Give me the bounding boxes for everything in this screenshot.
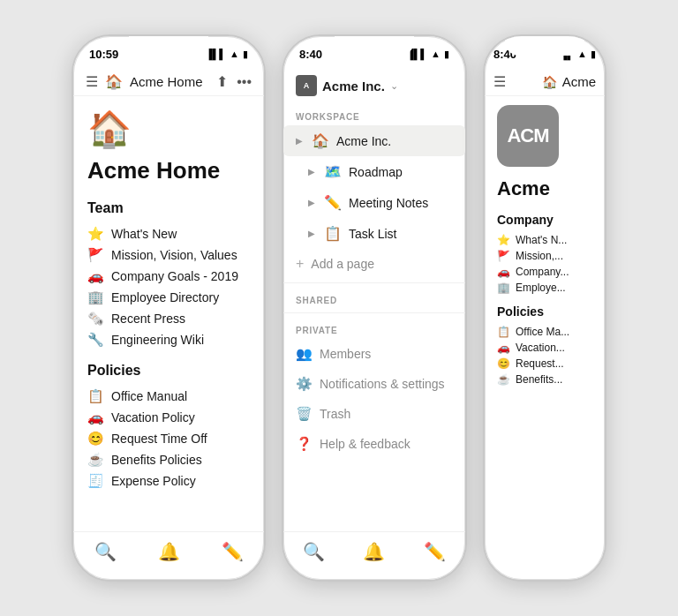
workspace-chevron-icon[interactable]: ⌄ (390, 80, 398, 92)
edit-tab[interactable]: ✏️ (424, 541, 446, 562)
list-item[interactable]: 🏢 Employee Directory (87, 287, 250, 308)
feedback-label: Help & feedback (320, 437, 411, 451)
page-emoji-icon: 🏠 (105, 73, 123, 90)
vacation-icon: 🚗 (87, 409, 104, 425)
hamburger-icon[interactable]: ☰ (86, 73, 98, 90)
list-item[interactable]: 🏢 Employe... (497, 280, 592, 296)
workspace-logo: A (296, 75, 317, 96)
sidebar-content: WORKSPACE ▶ 🏠 Acme Inc. ▶ 🗺️ Roadmap ▶ ✏… (283, 103, 465, 531)
wifi-icon: ▲ (230, 49, 239, 59)
benefits-label: Benefits... (516, 373, 562, 386)
list-item[interactable]: 🚗 Company Goals - 2019 (87, 266, 250, 287)
list-item[interactable]: ☕ Benefits Policies (87, 449, 250, 470)
right-page-title: Acme (497, 177, 592, 200)
left-tab-bar: 🔍 🔔 ✏️ (73, 531, 264, 580)
policies-section-title: Policies (87, 363, 250, 379)
whats-new-label: What's New (111, 227, 177, 241)
list-item[interactable]: 🗞️ Recent Press (87, 308, 250, 329)
workspace-nav: A Acme Inc. ⌄ (283, 68, 465, 103)
sidebar-item-trash[interactable]: 🗑️ Trash (283, 399, 465, 429)
trash-label: Trash (320, 407, 350, 421)
office-icon: 📋 (497, 326, 510, 338)
signal-icon: ▐▌▌ (206, 49, 226, 59)
list-item[interactable]: 😊 Request Time Off (87, 428, 250, 449)
sidebar-item-feedback[interactable]: ❓ Help & feedback (283, 429, 465, 459)
notifications-tab[interactable]: 🔔 (158, 541, 180, 562)
left-phone: 10:59 ▐▌▌ ▲ ▮ ☰ 🏠 Acme Home ⬆ ••• 🏠 Acme… (72, 34, 266, 582)
chevron-right-icon: ▶ (308, 167, 317, 177)
list-item[interactable]: 📋 Office Manual (87, 386, 250, 407)
right-policies-title: Policies (497, 304, 592, 319)
right-notch (505, 36, 584, 56)
middle-phone: 8:40 ▐▌▌ ▲ ▮ A Acme Inc. ⌄ WORKSPACE ▶ 🏠… (282, 34, 467, 582)
vacation-label: Vacation Policy (111, 410, 195, 424)
sidebar-item-notifications[interactable]: ⚙️ Notifications & settings (283, 369, 465, 399)
add-page-label: Add a page (311, 257, 374, 271)
search-tab[interactable]: 🔍 (94, 541, 117, 562)
page-title: Acme Home (87, 157, 250, 184)
sidebar-item-acme[interactable]: ▶ 🏠 Acme Inc. (283, 125, 465, 156)
right-nav-bar: ☰ 🏠 Acme (485, 68, 605, 96)
sidebar-item-meeting-notes[interactable]: ▶ ✏️ Meeting Notes (283, 187, 465, 218)
divider (283, 282, 465, 283)
roadmap-icon: 🗺️ (324, 163, 342, 180)
workspace-logo-text: A (304, 81, 310, 90)
expense-label: Expense Policy (111, 474, 196, 488)
expense-icon: 🧾 (87, 473, 104, 489)
private-section-label: PRIVATE (283, 317, 465, 339)
add-page-action[interactable]: + Add a page (283, 249, 465, 279)
mission-label: Mission,... (516, 250, 563, 262)
goals-label: Company... (516, 266, 569, 278)
list-item[interactable]: 🚗 Vacation Policy (87, 407, 250, 428)
office-label: Office Ma... (516, 326, 569, 338)
team-section-title: Team (87, 200, 250, 216)
middle-status-time: 8:40 (299, 48, 322, 61)
acme-home-icon: 🏠 (312, 132, 329, 149)
list-item[interactable]: 🚩 Mission,... (497, 248, 592, 264)
list-item[interactable]: 😊 Request... (497, 356, 592, 372)
acme-label: Acme Inc. (336, 134, 391, 148)
notifications-label: Notifications & settings (320, 377, 445, 391)
benefits-icon: ☕ (497, 373, 510, 386)
list-item[interactable]: ☕ Benefits... (497, 372, 592, 387)
list-item[interactable]: 📋 Office Ma... (497, 324, 592, 340)
timeoff-label: Request Time Off (111, 432, 207, 446)
list-item[interactable]: 🧾 Expense Policy (87, 470, 250, 492)
list-item[interactable]: 🚩 Mission, Vision, Values (87, 244, 250, 266)
workspace-name: Acme Inc. (322, 79, 385, 94)
right-nav-center: 🏠 Acme (542, 74, 596, 89)
sidebar-item-task-list[interactable]: ▶ 📋 Task List (283, 218, 465, 249)
team-list: ⭐ What's New 🚩 Mission, Vision, Values 🚗… (87, 223, 250, 350)
hamburger-icon[interactable]: ☰ (493, 73, 506, 90)
mission-icon: 🚩 (497, 250, 510, 262)
scene: 10:59 ▐▌▌ ▲ ▮ ☰ 🏠 Acme Home ⬆ ••• 🏠 Acme… (0, 0, 678, 616)
whats-new-label: What's N... (516, 234, 567, 246)
right-phone: 8:40 ▐▌ ▲ ▮ ☰ 🏠 Acme ACM Acme Company (483, 34, 606, 582)
help-icon: ❓ (296, 436, 313, 452)
list-item[interactable]: 🚗 Vacation... (497, 340, 592, 356)
share-icon[interactable]: ⬆ (216, 73, 228, 90)
list-item[interactable]: 🚗 Company... (497, 264, 592, 280)
chevron-right-icon: ▶ (308, 229, 317, 238)
notifications-tab[interactable]: 🔔 (363, 541, 385, 562)
directory-icon: 🏢 (497, 282, 510, 294)
wifi-icon: ▲ (431, 49, 441, 59)
policies-list: 📋 Office Manual 🚗 Vacation Policy 😊 Requ… (87, 386, 250, 492)
mission-icon: 🚩 (87, 247, 104, 263)
middle-notch (335, 36, 414, 56)
list-item[interactable]: ⭐ What's New (87, 223, 250, 244)
edit-tab[interactable]: ✏️ (222, 541, 244, 562)
sidebar-item-roadmap[interactable]: ▶ 🗺️ Roadmap (283, 156, 465, 187)
list-item[interactable]: ⭐ What's N... (497, 232, 592, 248)
office-icon: 📋 (87, 388, 104, 404)
divider (283, 312, 465, 313)
right-page-emoji: 🏠 (542, 75, 557, 89)
battery-icon: ▮ (243, 49, 248, 60)
sidebar-item-members[interactable]: 👥 Members (283, 339, 465, 369)
list-item[interactable]: 🔧 Engineering Wiki (87, 329, 250, 350)
middle-status-icons: ▐▌▌ ▲ ▮ (407, 49, 449, 60)
battery-icon: ▮ (444, 49, 449, 60)
vacation-label: Vacation... (516, 342, 565, 354)
search-tab[interactable]: 🔍 (303, 541, 325, 562)
more-icon[interactable]: ••• (237, 74, 252, 90)
